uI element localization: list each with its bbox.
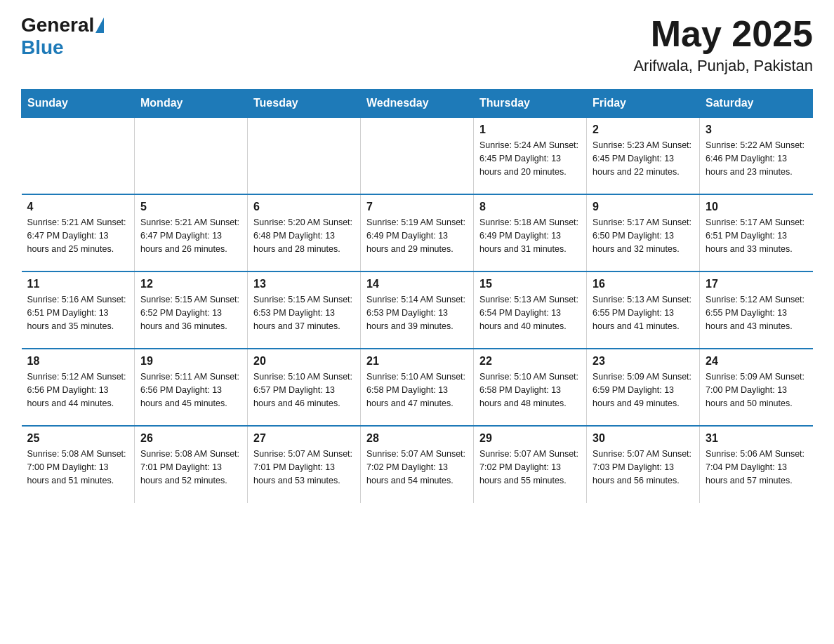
day-number: 15 (479, 278, 581, 290)
day-info: Sunrise: 5:19 AM Sunset: 6:49 PM Dayligh… (366, 216, 468, 255)
calendar-week-4: 18Sunrise: 5:12 AM Sunset: 6:56 PM Dayli… (22, 349, 813, 426)
day-info: Sunrise: 5:10 AM Sunset: 6:58 PM Dayligh… (479, 370, 581, 410)
calendar-cell-w4-d4: 21Sunrise: 5:10 AM Sunset: 6:58 PM Dayli… (361, 349, 474, 426)
col-wednesday: Wednesday (361, 90, 474, 118)
day-number: 19 (140, 355, 241, 368)
calendar-cell-w3-d4: 14Sunrise: 5:14 AM Sunset: 6:53 PM Dayli… (361, 271, 474, 349)
calendar-cell-w1-d4 (361, 117, 474, 194)
day-number: 10 (706, 201, 807, 213)
day-number: 13 (253, 278, 355, 290)
calendar-cell-w5-d5: 29Sunrise: 5:07 AM Sunset: 7:02 PM Dayli… (474, 426, 587, 503)
calendar-cell-w1-d6: 2Sunrise: 5:23 AM Sunset: 6:45 PM Daylig… (587, 117, 700, 194)
day-info: Sunrise: 5:21 AM Sunset: 6:47 PM Dayligh… (140, 216, 241, 255)
location-text: Arifwala, Punjab, Pakistan (633, 57, 813, 75)
calendar-cell-w5-d2: 26Sunrise: 5:08 AM Sunset: 7:01 PM Dayli… (135, 426, 248, 503)
day-info: Sunrise: 5:11 AM Sunset: 6:56 PM Dayligh… (140, 370, 241, 410)
day-number: 31 (706, 432, 807, 445)
col-monday: Monday (135, 90, 248, 118)
day-info: Sunrise: 5:09 AM Sunset: 7:00 PM Dayligh… (706, 370, 807, 410)
day-info: Sunrise: 5:07 AM Sunset: 7:02 PM Dayligh… (479, 448, 581, 487)
day-number: 16 (593, 278, 694, 290)
day-number: 25 (27, 432, 129, 445)
day-number: 21 (366, 355, 468, 368)
day-info: Sunrise: 5:12 AM Sunset: 6:56 PM Dayligh… (27, 370, 129, 410)
logo-blue-text: Blue (21, 36, 64, 59)
day-info: Sunrise: 5:22 AM Sunset: 6:46 PM Dayligh… (706, 139, 807, 178)
day-number: 6 (253, 201, 355, 213)
day-info: Sunrise: 5:15 AM Sunset: 6:53 PM Dayligh… (253, 293, 355, 333)
calendar-week-5: 25Sunrise: 5:08 AM Sunset: 7:00 PM Dayli… (22, 426, 813, 503)
page-header: General Blue May 2025 Arifwala, Punjab, … (21, 14, 813, 75)
day-number: 3 (706, 123, 807, 136)
day-number: 9 (593, 201, 694, 213)
logo-general-text: General (21, 14, 94, 36)
title-area: May 2025 Arifwala, Punjab, Pakistan (633, 14, 813, 75)
calendar-cell-w3-d5: 15Sunrise: 5:13 AM Sunset: 6:54 PM Dayli… (474, 271, 587, 349)
calendar-cell-w2-d6: 9Sunrise: 5:17 AM Sunset: 6:50 PM Daylig… (587, 194, 700, 271)
calendar-cell-w5-d3: 27Sunrise: 5:07 AM Sunset: 7:01 PM Dayli… (248, 426, 361, 503)
day-info: Sunrise: 5:07 AM Sunset: 7:02 PM Dayligh… (366, 448, 468, 487)
calendar-cell-w5-d7: 31Sunrise: 5:06 AM Sunset: 7:04 PM Dayli… (700, 426, 813, 503)
day-number: 29 (479, 432, 581, 445)
day-number: 18 (27, 355, 129, 368)
calendar-week-3: 11Sunrise: 5:16 AM Sunset: 6:51 PM Dayli… (22, 271, 813, 349)
day-info: Sunrise: 5:10 AM Sunset: 6:57 PM Dayligh… (253, 370, 355, 410)
day-number: 28 (366, 432, 468, 445)
calendar-cell-w4-d7: 24Sunrise: 5:09 AM Sunset: 7:00 PM Dayli… (700, 349, 813, 426)
calendar-cell-w4-d2: 19Sunrise: 5:11 AM Sunset: 6:56 PM Dayli… (135, 349, 248, 426)
day-info: Sunrise: 5:13 AM Sunset: 6:55 PM Dayligh… (593, 293, 694, 333)
calendar-cell-w1-d5: 1Sunrise: 5:24 AM Sunset: 6:45 PM Daylig… (474, 117, 587, 194)
day-info: Sunrise: 5:18 AM Sunset: 6:49 PM Dayligh… (479, 216, 581, 255)
day-number: 8 (479, 201, 581, 213)
day-info: Sunrise: 5:07 AM Sunset: 7:01 PM Dayligh… (253, 448, 355, 487)
day-info: Sunrise: 5:14 AM Sunset: 6:53 PM Dayligh… (366, 293, 468, 333)
day-info: Sunrise: 5:13 AM Sunset: 6:54 PM Dayligh… (479, 293, 581, 333)
day-number: 4 (27, 201, 129, 213)
calendar-cell-w4-d6: 23Sunrise: 5:09 AM Sunset: 6:59 PM Dayli… (587, 349, 700, 426)
day-number: 2 (593, 123, 694, 136)
calendar-table: Sunday Monday Tuesday Wednesday Thursday… (21, 89, 813, 503)
calendar-week-2: 4Sunrise: 5:21 AM Sunset: 6:47 PM Daylig… (22, 194, 813, 271)
day-number: 24 (706, 355, 807, 368)
calendar-header-row: Sunday Monday Tuesday Wednesday Thursday… (22, 90, 813, 118)
day-info: Sunrise: 5:21 AM Sunset: 6:47 PM Dayligh… (27, 216, 129, 255)
calendar-cell-w2-d3: 6Sunrise: 5:20 AM Sunset: 6:48 PM Daylig… (248, 194, 361, 271)
calendar-cell-w3-d2: 12Sunrise: 5:15 AM Sunset: 6:52 PM Dayli… (135, 271, 248, 349)
day-info: Sunrise: 5:23 AM Sunset: 6:45 PM Dayligh… (593, 139, 694, 178)
day-info: Sunrise: 5:07 AM Sunset: 7:03 PM Dayligh… (593, 448, 694, 487)
day-number: 27 (253, 432, 355, 445)
day-number: 23 (593, 355, 694, 368)
calendar-cell-w1-d3 (248, 117, 361, 194)
day-info: Sunrise: 5:06 AM Sunset: 7:04 PM Dayligh… (706, 448, 807, 487)
day-info: Sunrise: 5:16 AM Sunset: 6:51 PM Dayligh… (27, 293, 129, 333)
col-saturday: Saturday (700, 90, 813, 118)
day-info: Sunrise: 5:09 AM Sunset: 6:59 PM Dayligh… (593, 370, 694, 410)
day-info: Sunrise: 5:10 AM Sunset: 6:58 PM Dayligh… (366, 370, 468, 410)
col-thursday: Thursday (474, 90, 587, 118)
col-friday: Friday (587, 90, 700, 118)
calendar-cell-w3-d1: 11Sunrise: 5:16 AM Sunset: 6:51 PM Dayli… (22, 271, 135, 349)
calendar-cell-w2-d5: 8Sunrise: 5:18 AM Sunset: 6:49 PM Daylig… (474, 194, 587, 271)
day-number: 5 (140, 201, 241, 213)
calendar-week-1: 1Sunrise: 5:24 AM Sunset: 6:45 PM Daylig… (22, 117, 813, 194)
day-info: Sunrise: 5:17 AM Sunset: 6:51 PM Dayligh… (706, 216, 807, 255)
month-title: May 2025 (633, 14, 813, 54)
calendar-cell-w5-d4: 28Sunrise: 5:07 AM Sunset: 7:02 PM Dayli… (361, 426, 474, 503)
calendar-cell-w2-d2: 5Sunrise: 5:21 AM Sunset: 6:47 PM Daylig… (135, 194, 248, 271)
day-number: 26 (140, 432, 241, 445)
calendar-cell-w3-d3: 13Sunrise: 5:15 AM Sunset: 6:53 PM Dayli… (248, 271, 361, 349)
day-number: 17 (706, 278, 807, 290)
day-info: Sunrise: 5:17 AM Sunset: 6:50 PM Dayligh… (593, 216, 694, 255)
day-number: 7 (366, 201, 468, 213)
day-number: 14 (366, 278, 468, 290)
day-info: Sunrise: 5:08 AM Sunset: 7:01 PM Dayligh… (140, 448, 241, 487)
day-number: 11 (27, 278, 129, 290)
calendar-cell-w3-d7: 17Sunrise: 5:12 AM Sunset: 6:55 PM Dayli… (700, 271, 813, 349)
calendar-cell-w4-d1: 18Sunrise: 5:12 AM Sunset: 6:56 PM Dayli… (22, 349, 135, 426)
day-number: 30 (593, 432, 694, 445)
col-tuesday: Tuesday (248, 90, 361, 118)
day-number: 22 (479, 355, 581, 368)
calendar-cell-w5-d1: 25Sunrise: 5:08 AM Sunset: 7:00 PM Dayli… (22, 426, 135, 503)
day-info: Sunrise: 5:15 AM Sunset: 6:52 PM Dayligh… (140, 293, 241, 333)
calendar-cell-w2-d7: 10Sunrise: 5:17 AM Sunset: 6:51 PM Dayli… (700, 194, 813, 271)
